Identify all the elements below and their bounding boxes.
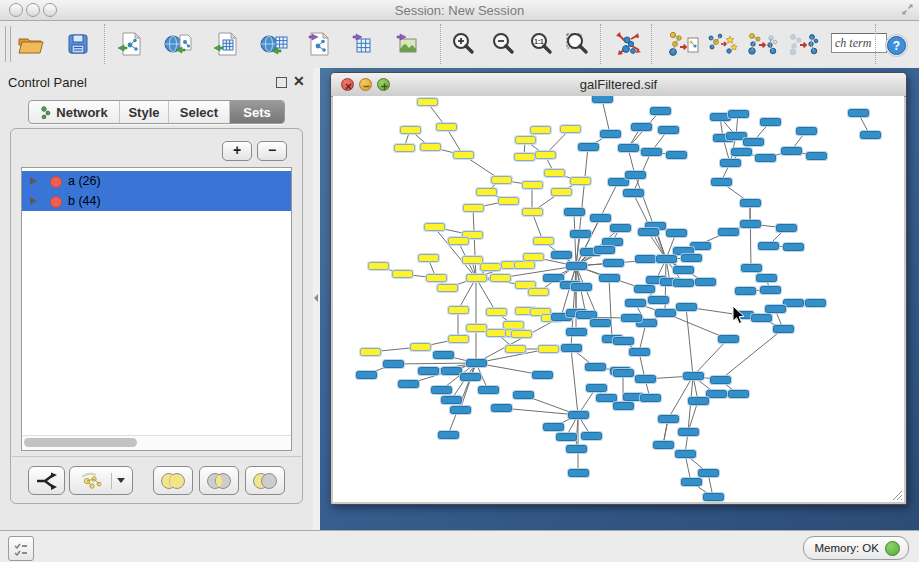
network-node[interactable]	[751, 314, 772, 322]
network-node[interactable]	[613, 337, 634, 345]
network-node[interactable]	[576, 311, 597, 319]
network-node[interactable]	[398, 380, 419, 388]
import-network-file-button[interactable]	[114, 28, 146, 60]
split-set-button[interactable]	[28, 466, 65, 495]
network-node[interactable]	[681, 254, 702, 262]
network-node[interactable]	[783, 299, 804, 307]
network-node[interactable]	[424, 223, 445, 231]
network-node[interactable]	[728, 390, 749, 398]
network-node[interactable]	[462, 256, 483, 264]
network-node[interactable]	[731, 148, 752, 156]
network-node[interactable]	[551, 188, 572, 196]
network-node[interactable]	[450, 406, 471, 414]
network-node[interactable]	[613, 402, 634, 410]
network-node[interactable]	[533, 237, 554, 245]
network-node[interactable]	[528, 288, 549, 296]
network-node[interactable]	[566, 262, 587, 270]
network-node[interactable]	[631, 123, 652, 131]
fullscreen-icon[interactable]	[901, 3, 914, 16]
network-node[interactable]	[480, 263, 501, 271]
network-node[interactable]	[410, 343, 431, 351]
network-node[interactable]	[394, 144, 415, 152]
select-first-neighbors-button[interactable]	[706, 28, 738, 60]
network-node[interactable]	[448, 306, 469, 314]
network-node[interactable]	[683, 372, 704, 380]
network-node[interactable]	[568, 469, 589, 477]
network-node[interactable]	[436, 123, 457, 131]
task-history-button[interactable]	[8, 536, 34, 561]
network-node[interactable]	[776, 224, 797, 232]
zoom-fit-button[interactable]	[561, 28, 593, 60]
network-node[interactable]	[806, 152, 827, 160]
network-node[interactable]	[625, 171, 646, 179]
network-node[interactable]	[438, 431, 459, 439]
dropdown-caret-icon[interactable]	[117, 478, 125, 483]
network-node[interactable]	[581, 432, 602, 440]
network-node[interactable]	[478, 386, 499, 394]
network-node[interactable]	[486, 308, 507, 316]
network-node[interactable]	[522, 181, 543, 189]
network-node[interactable]	[681, 478, 702, 486]
new-network-from-selection-file-button[interactable]	[667, 28, 699, 60]
network-node[interactable]	[695, 278, 716, 286]
network-node[interactable]	[523, 253, 544, 261]
import-network-web-button[interactable]	[162, 28, 194, 60]
network-node[interactable]	[703, 493, 724, 501]
export-image-button[interactable]	[390, 28, 422, 60]
network-node[interactable]	[530, 126, 551, 134]
network-node[interactable]	[590, 319, 611, 327]
network-node[interactable]	[675, 450, 696, 458]
network-node[interactable]	[585, 363, 606, 371]
apply-layout-button[interactable]	[612, 28, 644, 60]
network-node[interactable]	[578, 143, 599, 151]
network-node[interactable]	[618, 144, 639, 152]
network-node[interactable]	[503, 321, 524, 329]
search-input[interactable]	[831, 33, 887, 53]
network-node[interactable]	[441, 396, 462, 404]
network-node[interactable]	[635, 375, 656, 383]
network-node[interactable]	[602, 238, 623, 246]
network-node[interactable]	[596, 394, 617, 402]
network-node[interactable]	[641, 148, 662, 156]
set-union-button[interactable]	[153, 466, 193, 495]
network-node[interactable]	[490, 274, 511, 282]
network-node[interactable]	[392, 270, 413, 278]
network-node[interactable]	[368, 262, 389, 270]
network-node[interactable]	[756, 274, 777, 282]
network-node[interactable]	[634, 285, 655, 293]
network-node[interactable]	[629, 348, 650, 356]
network-node[interactable]	[666, 229, 687, 237]
network-node[interactable]	[571, 283, 592, 291]
network-node[interactable]	[570, 230, 591, 238]
list-item-set-b[interactable]: b (44)	[22, 191, 291, 211]
network-node[interactable]	[466, 274, 487, 282]
network-node[interactable]	[556, 433, 577, 441]
network-node[interactable]	[513, 391, 534, 399]
network-node[interactable]	[544, 169, 565, 177]
scrollbar-thumb[interactable]	[24, 438, 137, 447]
expand-arrow-icon[interactable]	[30, 177, 37, 185]
network-node[interactable]	[476, 188, 497, 196]
set-intersection-button[interactable]	[199, 466, 239, 495]
network-node[interactable]	[543, 423, 564, 431]
network-node[interactable]	[718, 335, 739, 343]
network-node[interactable]	[743, 138, 764, 146]
network-node[interactable]	[491, 176, 512, 184]
network-node[interactable]	[783, 243, 804, 251]
network-node[interactable]	[592, 96, 613, 103]
new-network-all-nodes-button[interactable]	[787, 28, 819, 60]
network-node[interactable]	[532, 371, 553, 379]
network-node[interactable]	[860, 131, 881, 139]
export-network-button[interactable]	[302, 28, 334, 60]
network-node[interactable]	[426, 274, 447, 282]
network-node[interactable]	[740, 220, 761, 228]
network-node[interactable]	[453, 151, 474, 159]
network-node[interactable]	[688, 397, 709, 405]
network-node[interactable]	[760, 286, 781, 294]
network-node[interactable]	[625, 299, 646, 307]
network-node[interactable]	[418, 254, 439, 262]
network-window[interactable]: galFiltered.sif	[330, 72, 907, 505]
network-node[interactable]	[566, 445, 587, 453]
network-node[interactable]	[514, 153, 535, 161]
zoom-actual-size-button[interactable]: 1:1	[525, 28, 557, 60]
